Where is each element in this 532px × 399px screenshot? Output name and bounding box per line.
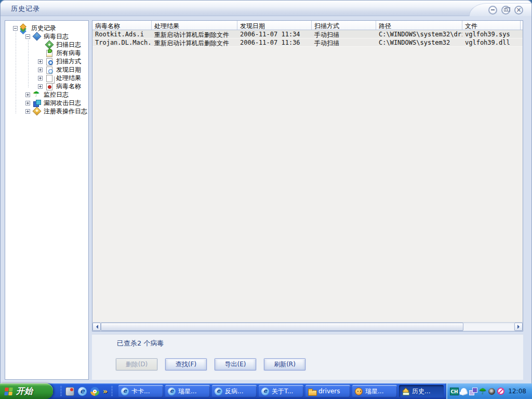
history-tree-panel: 历史记录 病毒日志 扫描日志 所有病毒 [5,20,89,380]
minimize-icon [491,9,495,10]
all-virus-icon [45,49,54,57]
status-summary: 已查杀2 个病毒 [117,339,164,348]
task-buttons: e 卡卡... e 瑞星... e 反病... e 关于T... drivers [118,383,444,399]
tree-item-registry-log[interactable]: 注册表操作日志 [5,107,88,115]
toolbar-divider [111,386,113,396]
window-controls: × [469,3,531,16]
registry-log-icon [33,108,42,115]
table-row[interactable]: Trojan.DL.Mach.c 重新启动计算机后删除文件 2006-11-07… [92,38,523,47]
expand-icon[interactable] [25,109,30,114]
exploit-log-icon [33,99,42,107]
taskbar-item-kaka[interactable]: e 卡卡... [118,385,163,397]
expand-icon[interactable] [25,101,30,105]
refresh-button[interactable]: 刷新(R) [264,358,305,370]
cell-found-date: 2006-11-07 11:36 [237,38,312,46]
scrollbar-track[interactable] [101,323,514,331]
media-player-icon[interactable] [90,387,99,396]
speaker-icon[interactable] [488,388,495,395]
table-header: 病毒名称 处理结果 发现日期 扫描方式 路径 文件 [92,21,523,30]
scan-log-icon [45,41,54,49]
start-label: 开始 [16,386,33,397]
titlebar[interactable]: 历史记录 × [1,1,531,16]
cell-handle-result: 重新启动计算机后删除文件 [152,38,237,46]
tree-item-history[interactable]: 历史记录 [5,24,88,32]
column-header-found-date[interactable]: 发现日期 [237,21,312,30]
chevron-icon[interactable]: » [103,387,108,395]
tree-item-handle-result[interactable]: 处理结果 [5,74,88,82]
find-button[interactable]: 查找(F) [165,358,207,370]
table-row[interactable]: Rootkit.Ads.i 重新启动计算机后删除文件 2006-11-07 11… [92,30,523,38]
tree-item-scan-method[interactable]: 扫描方式 [5,57,88,65]
collapse-icon[interactable] [13,26,18,31]
expand-icon[interactable] [25,92,30,97]
scan-method-icon [45,58,54,65]
column-header-handle-result[interactable]: 处理结果 [152,21,237,30]
cell-scan-method: 手动扫描 [312,38,376,46]
tree-item-virus-log[interactable]: 病毒日志 [5,32,88,41]
taskbar-item-rising-main[interactable]: 瑞星... [352,385,397,397]
column-header-path[interactable]: 路径 [376,21,462,30]
taskbar-item-about[interactable]: e 关于T... [259,385,303,397]
taskbar-item-antivirus[interactable]: e 反病... [212,385,257,397]
column-header-virus-name[interactable]: 病毒名称 [92,21,152,30]
expand-icon[interactable] [38,84,43,89]
tree-item-scan-log[interactable]: 扫描日志 [5,41,88,49]
quick-launch: e » [56,383,117,399]
taskbar-item-history[interactable]: 历史... [399,385,444,397]
tree-item-found-date[interactable]: 发现日期 [5,65,88,74]
export-button[interactable]: 导出(E) [215,358,256,370]
window-title: 历史记录 [11,4,40,14]
virus-log-table: 病毒名称 处理结果 发现日期 扫描方式 路径 文件 Rootkit.Ads.i … [92,20,523,331]
input-language-indicator[interactable]: CH [450,388,459,395]
cell-scan-method: 手动扫描 [312,30,376,38]
tree-spacer [38,43,43,47]
windows-logo-icon [4,388,13,395]
column-header-scan-method[interactable]: 扫描方式 [312,21,376,30]
tree-item-monitor-log[interactable]: 监控日志 [5,90,88,99]
taskbar-item-rising[interactable]: e 瑞星... [165,385,210,397]
scroll-right-button[interactable] [514,323,523,331]
taskbar: 开始 e » e 卡卡... e 瑞星... e 反病... e [0,383,532,399]
internet-explorer-icon: e [215,388,222,395]
blocked-icon[interactable] [497,388,504,395]
virus-name-icon [45,83,54,90]
start-button[interactable]: 开始 [0,383,53,399]
history-window: 历史记录 × 历史记录 病毒日志 [0,0,532,383]
history-books-icon [20,24,29,32]
tree-item-virus-name[interactable]: 病毒名称 [5,82,88,90]
collapse-icon[interactable] [25,34,30,39]
internet-explorer-icon[interactable]: e [78,387,87,396]
tree-item-exploit-log[interactable]: 漏洞攻击日志 [5,99,88,107]
restore-icon [504,8,508,11]
tray-clock[interactable]: 12:08 [508,388,526,395]
toolbar-divider [60,386,62,396]
umbrella-icon[interactable]: ☂ [479,388,486,395]
horizontal-scrollbar[interactable] [92,322,523,331]
virus-log-icon [33,33,42,41]
cell-found-date: 2006-11-07 11:34 [237,30,312,38]
hand-icon[interactable] [460,387,468,395]
handle-result-icon [45,74,54,82]
launcher-app-icon[interactable] [65,387,74,396]
expand-icon[interactable] [38,59,43,64]
taskbar-item-drivers[interactable]: drivers [305,385,350,397]
display-icon[interactable] [469,388,477,395]
found-date-icon [45,66,54,74]
cell-path: C:\WINDOWS\system32 [376,38,462,46]
restore-button[interactable] [501,6,510,15]
system-tray: CH ☂ 12:08 [446,383,532,399]
bottom-panel: 已查杀2 个病毒 删除(D) 查找(F) 导出(E) 刷新(R) [92,334,523,380]
expand-icon[interactable] [38,76,43,81]
minimize-button[interactable] [488,6,497,15]
monitor-log-icon [33,91,42,99]
tree-item-all-virus[interactable]: 所有病毒 [5,49,88,57]
close-button[interactable]: × [514,6,523,15]
scrollbar-thumb[interactable] [101,323,463,331]
scroll-left-button[interactable] [92,323,101,331]
column-header-file[interactable]: 文件 [462,21,521,30]
column-header-filler [521,21,523,30]
expand-icon[interactable] [38,68,43,72]
cell-virus-name: Trojan.DL.Mach.c [92,38,152,46]
delete-button[interactable]: 删除(D) [116,358,157,370]
desktop: 历史记录 × 历史记录 病毒日志 [0,0,532,399]
